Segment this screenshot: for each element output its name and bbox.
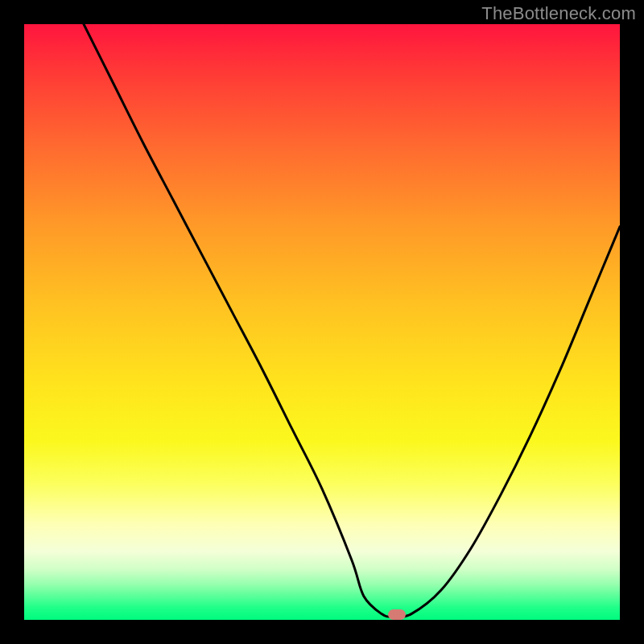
chart-frame: TheBottleneck.com: [0, 0, 644, 644]
bottleneck-curve: [24, 24, 620, 620]
plot-area: [24, 24, 620, 620]
watermark-text: TheBottleneck.com: [481, 3, 636, 24]
optimum-marker: [388, 609, 406, 620]
